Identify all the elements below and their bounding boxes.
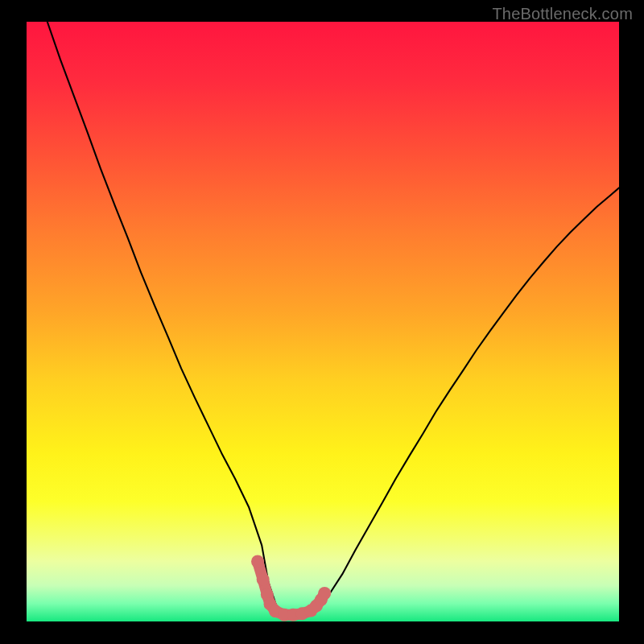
marker-dot [251, 555, 264, 568]
plot-svg [27, 22, 619, 621]
marker-dot [257, 573, 270, 586]
chart-frame: TheBottleneck.com [0, 0, 644, 644]
gradient-background [27, 22, 619, 621]
marker-dot [318, 587, 331, 600]
plot-area [27, 22, 619, 621]
watermark-text: TheBottleneck.com [492, 5, 633, 23]
